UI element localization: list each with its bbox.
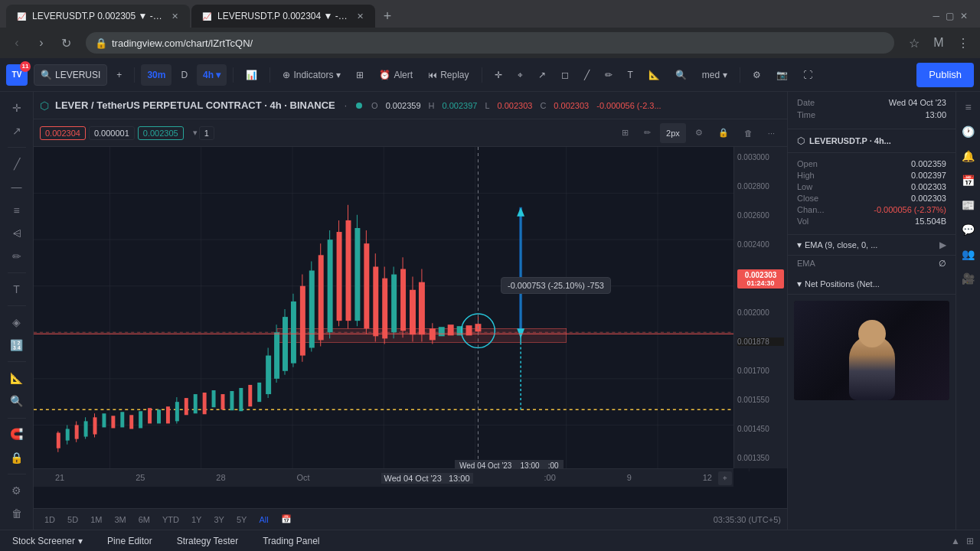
val3-input[interactable]: 0.002305 bbox=[138, 126, 184, 140]
measure-tool[interactable]: 📐 bbox=[5, 368, 29, 388]
cursor-tool[interactable]: ✛ bbox=[488, 64, 508, 86]
period-3y[interactable]: 3Y bbox=[209, 514, 228, 526]
indicators-button[interactable]: ⊕ Indicators ▾ bbox=[276, 64, 347, 86]
text-tool[interactable]: T bbox=[622, 64, 639, 86]
draw-tool[interactable]: ✏ bbox=[599, 64, 619, 86]
lock-dt-btn[interactable]: 🔒 bbox=[712, 123, 735, 143]
magnet-tool[interactable]: 🧲 bbox=[5, 424, 29, 444]
more-dt-btn[interactable]: ··· bbox=[762, 123, 781, 143]
tab-close-2[interactable]: ✕ bbox=[354, 10, 366, 22]
cursor-arrow[interactable]: ↗ bbox=[532, 64, 552, 86]
trash-icon[interactable]: 🗑 bbox=[5, 504, 29, 523]
period-ytd[interactable]: YTD bbox=[158, 514, 184, 526]
trendline-tool[interactable]: ╱ bbox=[5, 154, 29, 174]
measure-tool[interactable]: 📐 bbox=[642, 64, 666, 86]
news-icon[interactable]: 📰 bbox=[959, 196, 978, 214]
indicators-label: Indicators bbox=[293, 70, 333, 80]
time-axis-expand[interactable]: ⌖ bbox=[718, 471, 732, 485]
menu-button[interactable]: ⋮ bbox=[952, 32, 974, 54]
trash-dt-btn[interactable]: 🗑 bbox=[738, 123, 759, 143]
lock-tool[interactable]: 🔒 bbox=[5, 448, 29, 468]
symbol-search[interactable]: 🔍 LEVERUSI bbox=[34, 64, 107, 86]
grid-btn[interactable]: ⊞ bbox=[616, 123, 635, 143]
settings-dt-btn[interactable]: ⚙ bbox=[689, 123, 709, 143]
publish-button[interactable]: Publish bbox=[916, 63, 974, 87]
val1-input[interactable]: 0.002304 bbox=[40, 126, 86, 140]
collapse-panel-button[interactable]: ▲ bbox=[951, 536, 960, 546]
tv-logo[interactable]: TV 11 bbox=[6, 64, 28, 86]
expand-panel-button[interactable]: ⊞ bbox=[966, 536, 974, 546]
pitchfork-tool[interactable]: ⩤ bbox=[5, 223, 29, 243]
timeframe-30m[interactable]: 30m bbox=[141, 64, 172, 86]
cursor-cross[interactable]: ⌖ bbox=[511, 64, 529, 86]
extensions-button[interactable]: ☆ bbox=[903, 32, 925, 54]
pencil-btn[interactable]: ✏ bbox=[638, 123, 657, 143]
period-3m[interactable]: 3M bbox=[109, 514, 130, 526]
address-bar[interactable]: 🔒 tradingview.com/chart/lZrtTcQN/ bbox=[86, 32, 894, 54]
cursor-eraser[interactable]: ◻ bbox=[555, 64, 575, 86]
stock-screener-button[interactable]: Stock Screener ▾ bbox=[6, 534, 89, 548]
ema-row[interactable]: ▾ EMA (9, close, 0, ... ▶ bbox=[788, 235, 956, 256]
trend-line[interactable]: ╱ bbox=[578, 64, 596, 86]
alert-button[interactable]: ⏰ Alert bbox=[373, 64, 419, 86]
chart-canvas[interactable]: -0.000753 (-25.10%) -753 Wed 04 Oct '23 … bbox=[34, 147, 787, 471]
minimize-button[interactable]: ─ bbox=[933, 11, 939, 21]
video-icon[interactable]: 🎥 bbox=[959, 269, 978, 288]
add-indicator-button[interactable]: + bbox=[110, 64, 128, 86]
period-1d[interactable]: 1D bbox=[40, 514, 60, 526]
trading-panel-button[interactable]: Trading Panel bbox=[256, 534, 325, 548]
fullscreen-button[interactable]: ⛶ bbox=[797, 64, 818, 86]
period-1y[interactable]: 1Y bbox=[187, 514, 206, 526]
fib-tool[interactable]: 🔢 bbox=[5, 335, 29, 355]
net-positions-label: Net Positions (Net... bbox=[805, 279, 880, 289]
tab-close-1[interactable]: ✕ bbox=[168, 10, 181, 22]
more-tools[interactable]: med ▾ bbox=[696, 64, 733, 86]
close-button[interactable]: ✕ bbox=[960, 11, 968, 21]
crosshair-tool[interactable]: ✛ bbox=[5, 98, 29, 118]
watchlist-icon[interactable]: ≡ bbox=[959, 98, 978, 116]
people-icon[interactable]: 👥 bbox=[959, 245, 978, 263]
tab-1[interactable]: 📈 LEVERUSDT.P 0.002305 ▼ -22... ✕ bbox=[6, 5, 190, 28]
forward-button[interactable]: › bbox=[31, 32, 52, 54]
chart-type-button[interactable]: 📊 bbox=[240, 64, 263, 86]
replay-button[interactable]: ⏮ Replay bbox=[422, 64, 475, 86]
pattern-tool[interactable]: ◈ bbox=[5, 312, 29, 332]
arrow-tool[interactable]: ↗ bbox=[5, 121, 29, 141]
qty-input[interactable]: 1 bbox=[199, 126, 214, 140]
layouts-button[interactable]: ⊞ bbox=[350, 64, 370, 86]
profile-button[interactable]: M bbox=[928, 32, 949, 54]
draw-pen[interactable]: ✏ bbox=[5, 246, 29, 266]
strategy-tester-button[interactable]: Strategy Tester bbox=[171, 534, 244, 548]
text-tool[interactable]: T bbox=[5, 279, 29, 299]
new-tab-button[interactable]: + bbox=[377, 5, 398, 27]
tab-2[interactable]: 📈 LEVERUSDT.P 0.002304 ▼ -22.8... ✕ bbox=[191, 5, 375, 28]
pine-editor-button[interactable]: Pine Editor bbox=[101, 534, 158, 548]
back-button[interactable]: ‹ bbox=[6, 32, 28, 54]
channel-tool[interactable]: ≡ bbox=[5, 201, 29, 220]
net-positions-row[interactable]: ▾ Net Positions (Net... bbox=[788, 274, 956, 295]
period-custom[interactable]: 📅 bbox=[276, 513, 296, 526]
val2-input[interactable]: 0.000001 bbox=[89, 126, 135, 140]
clock-icon[interactable]: 🕐 bbox=[959, 122, 978, 141]
period-6m[interactable]: 6M bbox=[134, 514, 155, 526]
settings-button[interactable]: ⚙ bbox=[746, 64, 767, 86]
timeframe-4h[interactable]: 4h ▾ bbox=[197, 64, 227, 86]
period-all[interactable]: All bbox=[254, 514, 273, 526]
timeframe-D[interactable]: D bbox=[175, 64, 194, 86]
zoom-tool[interactable]: 🔍 bbox=[669, 64, 693, 86]
zoom-tool[interactable]: 🔍 bbox=[5, 391, 29, 411]
settings-left[interactable]: ⚙ bbox=[5, 481, 29, 500]
chat-icon[interactable]: 💬 bbox=[959, 220, 978, 239]
calendar-icon[interactable]: 📅 bbox=[959, 171, 978, 190]
period-5y[interactable]: 5Y bbox=[232, 514, 251, 526]
screenshot-button[interactable]: 📷 bbox=[770, 64, 794, 86]
horizontal-line[interactable]: — bbox=[5, 177, 29, 197]
alert-rp-icon[interactable]: 🔔 bbox=[959, 147, 978, 165]
reload-button[interactable]: ↻ bbox=[55, 32, 77, 54]
play-ema-icon[interactable]: ▶ bbox=[939, 240, 946, 250]
period-5d[interactable]: 5D bbox=[63, 514, 83, 526]
period-1m[interactable]: 1M bbox=[86, 514, 106, 526]
live-indicator bbox=[356, 100, 365, 111]
px-selector[interactable]: 2px bbox=[660, 123, 686, 143]
maximize-button[interactable]: ▢ bbox=[946, 11, 954, 21]
